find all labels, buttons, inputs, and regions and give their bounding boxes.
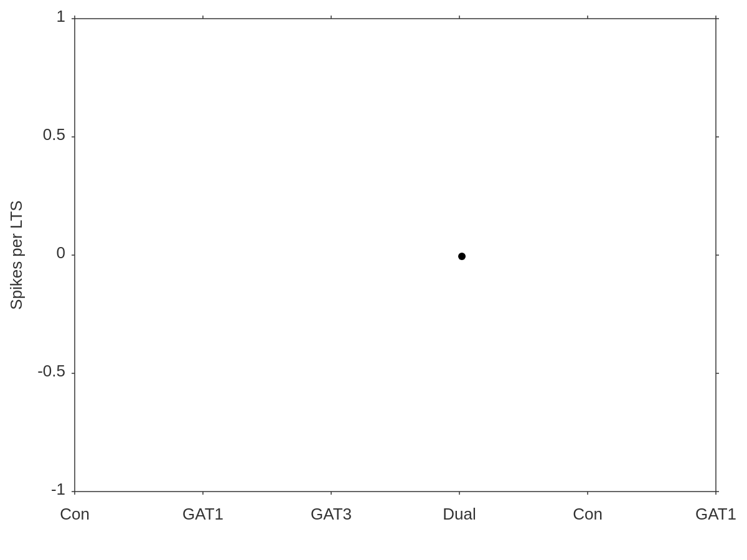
chart-container: 1 0.5 0 -0.5 -1 Co — [0, 0, 747, 560]
xlabel-gat1-1: GAT1 — [182, 505, 223, 523]
ylabel-0: 0 — [57, 243, 65, 262]
ylabel-n1: -1 — [51, 480, 65, 498]
chart-background — [0, 0, 747, 560]
ylabel-1: 1 — [57, 7, 65, 26]
datapoint-dual — [458, 253, 466, 260]
xlabel-con2: Con — [573, 505, 603, 523]
xlabel-gat3: GAT3 — [311, 505, 352, 523]
xlabel-con1: Con — [60, 505, 90, 523]
xlabel-dual: Dual — [443, 505, 476, 523]
yaxis-label: Spikes per LTS — [7, 200, 26, 310]
ylabel-0.5: 0.5 — [43, 125, 65, 144]
xlabel-gat1-2: GAT1 — [695, 505, 736, 523]
scatter-chart: 1 0.5 0 -0.5 -1 Co — [0, 0, 747, 560]
ylabel-n0.5: -0.5 — [37, 362, 65, 380]
